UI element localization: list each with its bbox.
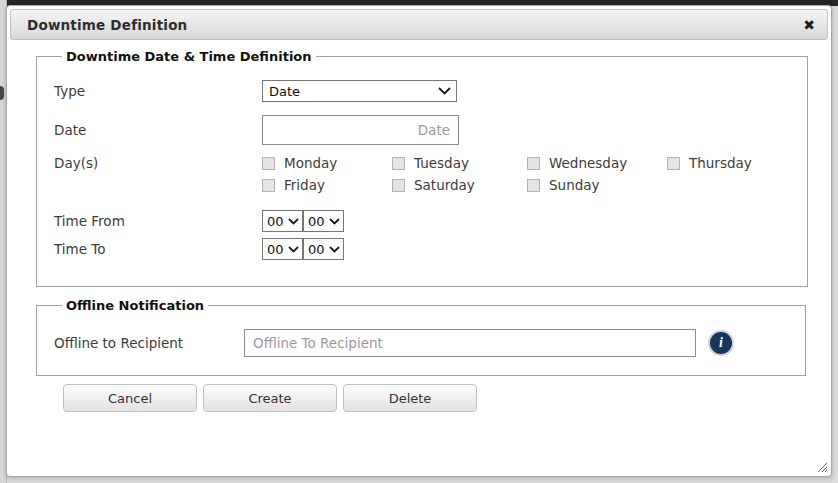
recipient-label: Offline to Recipient (54, 335, 244, 351)
time-to-hour-select[interactable]: 00 (262, 238, 303, 260)
time-to-label: Time To (54, 241, 262, 257)
date-label: Date (54, 122, 262, 138)
days-row-2: Friday Saturday Sunday (54, 177, 807, 193)
day-label-wednesday: Wednesday (549, 155, 627, 171)
checkbox-tuesday[interactable] (392, 157, 405, 170)
dialog-content: Downtime Date & Time Definition Type Dat… (10, 40, 828, 412)
day-label-friday: Friday (284, 177, 325, 193)
offline-notification-fieldset: Offline Notification Offline to Recipien… (36, 298, 806, 376)
day-option-thursday: Thursday (667, 155, 807, 171)
time-from-minute-value: 00 (308, 214, 325, 229)
day-label-sunday: Sunday (549, 177, 600, 193)
time-from-label: Time From (54, 213, 262, 229)
days-grid-row-2: Friday Saturday Sunday (262, 177, 667, 193)
date-input[interactable] (262, 115, 459, 145)
recipient-row: Offline to Recipient i (54, 329, 805, 357)
checkbox-thursday[interactable] (667, 157, 680, 170)
checkbox-sunday[interactable] (527, 179, 540, 192)
days-label: Day(s) (54, 155, 262, 171)
cancel-button[interactable]: Cancel (63, 384, 197, 412)
time-from-minute-select[interactable]: 00 (303, 210, 344, 232)
chevron-down-icon (438, 87, 451, 95)
time-from-hour-value: 00 (267, 214, 284, 229)
dialog-button-row: Cancel Create Delete (36, 376, 808, 412)
time-to-pair: 00 00 (262, 238, 344, 260)
day-option-saturday: Saturday (392, 177, 527, 193)
day-option-friday: Friday (262, 177, 392, 193)
datetime-definition-legend: Downtime Date & Time Definition (62, 49, 316, 64)
time-from-row: Time From 00 00 (54, 210, 807, 232)
type-select[interactable]: Date (262, 80, 457, 102)
type-select-value: Date (269, 84, 300, 99)
day-label-tuesday: Tuesday (414, 155, 469, 171)
time-from-hour-select[interactable]: 00 (262, 210, 303, 232)
info-icon[interactable]: i (710, 332, 732, 354)
offline-notification-legend: Offline Notification (62, 298, 208, 313)
dialog-titlebar[interactable]: Downtime Definition ✖ (10, 9, 828, 40)
time-to-row: Time To 00 00 (54, 238, 807, 260)
create-button[interactable]: Create (203, 384, 337, 412)
chevron-down-icon (288, 246, 299, 253)
time-to-minute-value: 00 (308, 242, 325, 257)
type-label: Type (54, 83, 262, 99)
day-label-monday: Monday (284, 155, 337, 171)
day-label-saturday: Saturday (414, 177, 475, 193)
chevron-down-icon (329, 218, 340, 225)
time-from-pair: 00 00 (262, 210, 344, 232)
time-to-minute-select[interactable]: 00 (303, 238, 344, 260)
checkbox-saturday[interactable] (392, 179, 405, 192)
delete-button[interactable]: Delete (343, 384, 477, 412)
checkbox-friday[interactable] (262, 179, 275, 192)
page-background-mark (0, 86, 4, 100)
checkbox-wednesday[interactable] (527, 157, 540, 170)
checkbox-monday[interactable] (262, 157, 275, 170)
day-label-thursday: Thursday (689, 155, 752, 171)
time-to-hour-value: 00 (267, 242, 284, 257)
days-row: Day(s) Monday Tuesday Wednesday (54, 155, 807, 171)
chevron-down-icon (329, 246, 340, 253)
offline-recipient-input[interactable] (244, 329, 696, 357)
day-option-wednesday: Wednesday (527, 155, 667, 171)
downtime-definition-dialog: Downtime Definition ✖ Downtime Date & Ti… (6, 5, 832, 477)
day-option-monday: Monday (262, 155, 392, 171)
day-option-sunday: Sunday (527, 177, 667, 193)
datetime-definition-fieldset: Downtime Date & Time Definition Type Dat… (36, 49, 808, 287)
chevron-down-icon (288, 218, 299, 225)
days-grid-row-1: Monday Tuesday Wednesday Thursday (262, 155, 807, 171)
close-icon[interactable]: ✖ (803, 18, 815, 32)
dialog-title: Downtime Definition (27, 17, 187, 33)
resize-handle[interactable] (814, 459, 828, 473)
day-option-tuesday: Tuesday (392, 155, 527, 171)
date-row: Date (54, 115, 807, 145)
type-row: Type Date (54, 80, 807, 102)
